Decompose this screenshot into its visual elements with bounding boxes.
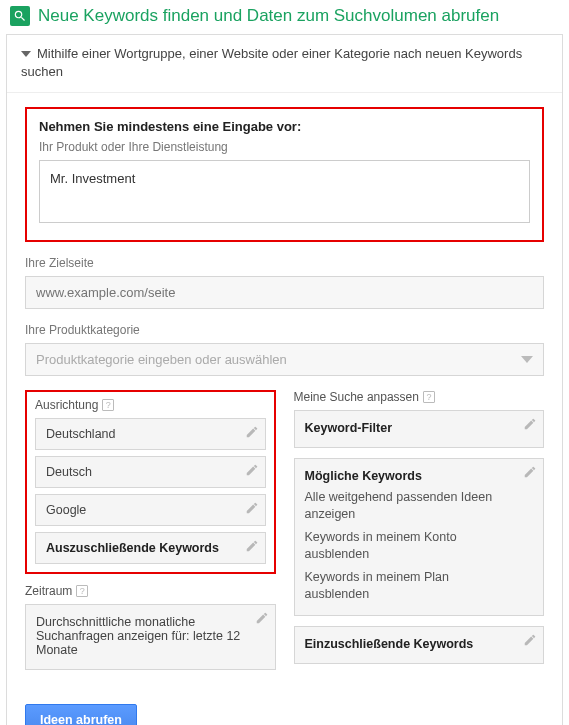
category-placeholder: Produktkategorie eingeben oder auswählen <box>36 352 287 367</box>
right-column: Meine Suche anpassen ? Keyword-Filter Mö… <box>294 390 545 680</box>
product-service-input[interactable] <box>39 160 530 223</box>
possible-keywords-line: Keywords in meinem Plan ausblenden <box>305 569 516 603</box>
main-panel: Mithilfe einer Wortgruppe, einer Website… <box>6 34 563 725</box>
pencil-icon <box>523 417 537 431</box>
left-column: Ausrichtung ? Deutschland Deutsch Google <box>25 390 276 680</box>
customize-title: Meine Suche anpassen <box>294 390 419 404</box>
negative-keywords[interactable]: Auszuschließende Keywords <box>35 532 266 564</box>
product-input-group: Nehmen Sie mindestens eine Eingabe vor: … <box>25 107 544 242</box>
options-columns: Ausrichtung ? Deutschland Deutsch Google <box>25 390 544 680</box>
help-icon[interactable]: ? <box>102 399 114 411</box>
pencil-icon <box>245 463 259 477</box>
accordion-header[interactable]: Mithilfe einer Wortgruppe, einer Website… <box>7 35 562 93</box>
chevron-down-icon <box>521 356 533 363</box>
category-label: Ihre Produktkategorie <box>25 323 544 337</box>
targeting-group: Ausrichtung ? Deutschland Deutsch Google <box>25 390 276 574</box>
pencil-icon <box>255 611 269 625</box>
category-block: Ihre Produktkategorie Produktkategorie e… <box>25 323 544 376</box>
negative-keywords-label: Auszuschließende Keywords <box>46 541 219 555</box>
input-heading: Nehmen Sie mindestens eine Eingabe vor: <box>39 119 530 134</box>
input-sublabel: Ihr Produkt oder Ihre Dienstleistung <box>39 140 530 154</box>
landing-page-label: Ihre Zielseite <box>25 256 544 270</box>
help-icon[interactable]: ? <box>423 391 435 403</box>
category-select[interactable]: Produktkategorie eingeben oder auswählen <box>25 343 544 376</box>
date-range-title-row: Zeitraum ? <box>25 584 276 598</box>
targeting-item-label: Deutsch <box>46 465 92 479</box>
pencil-icon <box>523 633 537 647</box>
page-header: Neue Keywords finden und Daten zum Suchv… <box>0 0 569 34</box>
targeting-title: Ausrichtung <box>35 398 98 412</box>
possible-keywords-line: Alle weitgehend passenden Ideen anzeigen <box>305 489 516 523</box>
pencil-icon <box>245 539 259 553</box>
get-ideas-button[interactable]: Ideen abrufen <box>25 704 137 725</box>
pencil-icon <box>245 425 259 439</box>
page-title: Neue Keywords finden und Daten zum Suchv… <box>38 6 499 26</box>
possible-keywords-card[interactable]: Mögliche Keywords Alle weitgehend passen… <box>294 458 545 615</box>
date-range-title: Zeitraum <box>25 584 72 598</box>
possible-keywords-title: Mögliche Keywords <box>305 469 422 483</box>
search-icon <box>10 6 30 26</box>
targeting-title-row: Ausrichtung ? <box>35 398 266 412</box>
targeting-item-label: Google <box>46 503 86 517</box>
chevron-down-icon <box>21 51 31 57</box>
targeting-location[interactable]: Deutschland <box>35 418 266 450</box>
customize-title-row: Meine Suche anpassen ? <box>294 390 545 404</box>
pencil-icon <box>245 501 259 515</box>
targeting-item-label: Deutschland <box>46 427 116 441</box>
possible-keywords-line: Keywords in meinem Konto ausblenden <box>305 529 516 563</box>
landing-page-block: Ihre Zielseite <box>25 256 544 309</box>
help-icon[interactable]: ? <box>76 585 88 597</box>
date-range-text: Durchschnittliche monatliche Suchanfrage… <box>36 615 240 657</box>
pencil-icon <box>523 465 537 479</box>
targeting-network[interactable]: Google <box>35 494 266 526</box>
include-keywords-card[interactable]: Einzuschließende Keywords <box>294 626 545 664</box>
date-range-card[interactable]: Durchschnittliche monatliche Suchanfrage… <box>25 604 276 670</box>
keyword-filter-label: Keyword-Filter <box>305 421 393 435</box>
accordion-label: Mithilfe einer Wortgruppe, einer Website… <box>21 46 522 79</box>
landing-page-input[interactable] <box>25 276 544 309</box>
include-keywords-label: Einzuschließende Keywords <box>305 637 474 651</box>
keyword-filter-card[interactable]: Keyword-Filter <box>294 410 545 448</box>
targeting-language[interactable]: Deutsch <box>35 456 266 488</box>
panel-body: Nehmen Sie mindestens eine Eingabe vor: … <box>7 93 562 725</box>
